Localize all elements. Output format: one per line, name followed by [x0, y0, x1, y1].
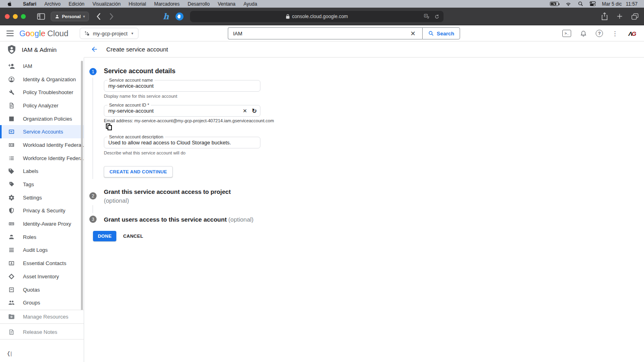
sidebar-item-identity-organization[interactable]: Identity & Organization [0, 73, 84, 86]
main-menu-icon[interactable] [6, 31, 14, 36]
avatar-letter: G [632, 30, 636, 37]
control-center-icon[interactable] [590, 1, 596, 6]
menu-marcadores[interactable]: Marcadores [150, 1, 184, 7]
sidebar-item-label: Quotas [23, 287, 40, 293]
email-address-helper: Email address: my-service-account@my-gcp… [104, 118, 274, 123]
zoom-window-button[interactable] [21, 14, 26, 19]
sidebar-item-labels[interactable]: Labels [0, 165, 84, 178]
release-notes-doc-icon [8, 329, 15, 335]
menu-desarrollo[interactable]: Desarrollo [184, 1, 214, 7]
create-and-continue-button[interactable]: CREATE AND CONTINUE [104, 166, 173, 177]
share-icon[interactable] [601, 12, 608, 20]
sidebar-item-tags[interactable]: Tags [0, 178, 84, 191]
back-arrow-icon[interactable] [91, 45, 98, 53]
sidebar-item-privacy-security[interactable]: Privacy & Security [0, 204, 84, 218]
logo-letter: o [30, 29, 35, 38]
notifications-bell-icon[interactable] [580, 30, 587, 37]
gear-icon [8, 194, 15, 201]
apple-logo-icon[interactable] [7, 1, 12, 6]
tab-overview-icon[interactable] [632, 13, 638, 20]
sidebar-item-policy-analyzer[interactable]: Policy Analyzer [0, 99, 84, 112]
service-account-description-field: Service account description [104, 137, 260, 148]
search-button[interactable]: Search [422, 27, 460, 39]
cancel-button[interactable]: CANCEL [119, 231, 147, 241]
close-window-button[interactable] [5, 14, 10, 19]
clear-id-icon[interactable]: × [243, 107, 247, 114]
page-header: Create service account [84, 41, 644, 58]
forward-button[interactable] [109, 13, 114, 20]
wifi-icon[interactable] [565, 2, 572, 6]
sidebar-item-workload-identity-federation[interactable]: Workload Identity Federat... [0, 138, 84, 152]
service-account-name-label: Service account name [107, 78, 155, 82]
sidebar-item-policy-troubleshooter[interactable]: Policy Troubleshooter [0, 86, 84, 99]
extension-privacy-hand-icon[interactable] [175, 12, 184, 21]
account-avatar[interactable]: ΛG [627, 28, 638, 39]
translate-icon[interactable]: A [424, 14, 429, 19]
sidebar-item-iam[interactable]: IAM [0, 60, 84, 73]
sidebar-item-label: Labels [23, 168, 38, 174]
reload-icon[interactable] [434, 14, 440, 19]
sidebar-nav: IAM Identity & Organization Policy Troub… [0, 58, 84, 362]
sidebar-item-identity-aware-proxy[interactable]: Identity-Aware Proxy [0, 217, 84, 230]
name-helper-text: Display name for this service account [104, 94, 177, 99]
safari-toolbar: Personal ▾ h console.cloud.google.com A [0, 8, 644, 25]
cloud-shell-icon[interactable]: >_ [562, 30, 571, 37]
sidebar-item-quotas[interactable]: Quotas [0, 283, 84, 296]
quotas-icon [8, 286, 15, 293]
workforce-list-icon [8, 155, 15, 162]
regenerate-id-icon[interactable]: ↻ [252, 108, 257, 114]
new-tab-icon[interactable] [617, 13, 623, 19]
done-button[interactable]: DONE [93, 231, 116, 241]
google-cloud-logo[interactable]: Google Cloud [19, 29, 68, 38]
menu-edicion[interactable]: Edición [64, 1, 88, 7]
menu-safari[interactable]: Safari [19, 1, 40, 7]
sidebar-item-settings[interactable]: Settings [0, 191, 84, 204]
battery-icon[interactable] [550, 2, 559, 6]
collapse-sidebar-icon[interactable]: ❬| [6, 350, 11, 356]
extension-h-icon[interactable]: h [163, 12, 169, 21]
step-2-indicator: 2 [89, 192, 97, 200]
sidebar-item-asset-inventory[interactable]: Asset Inventory [0, 270, 84, 283]
sidebar-item-essential-contacts[interactable]: Essential Contacts [0, 257, 84, 270]
more-options-icon[interactable]: ⋮ [612, 30, 618, 37]
label-tag-icon [8, 168, 15, 175]
sidebar-item-label: Workforce Identity Federa... [23, 155, 84, 161]
sidebar-item-label: Policy Analyzer [23, 103, 58, 109]
sidebar-item-workforce-identity-federation[interactable]: Workforce Identity Federa... [0, 152, 84, 165]
sidebar-item-organization-policies[interactable]: Organization Policies [0, 112, 84, 125]
menu-archivo[interactable]: Archivo [40, 1, 64, 7]
sidebar-toggle-icon[interactable] [37, 13, 45, 20]
address-bar[interactable]: console.cloud.google.com A [190, 11, 444, 22]
window-controls [5, 14, 26, 19]
spotlight-search-icon[interactable] [578, 1, 583, 6]
sidebar-item-label: Groups [23, 300, 40, 306]
sidebar-item-service-accounts[interactable]: Service Accounts [0, 125, 84, 138]
service-accounts-icon [8, 128, 15, 135]
minimize-window-button[interactable] [13, 14, 18, 19]
sidebar-item-roles[interactable]: Roles [0, 230, 84, 244]
search-input[interactable] [228, 27, 422, 39]
safari-profile-button[interactable]: Personal ▾ [51, 12, 89, 21]
menu-historial[interactable]: Historial [125, 1, 150, 7]
iap-icon [8, 220, 15, 227]
menu-ventana[interactable]: Ventana [214, 1, 239, 7]
back-button[interactable] [96, 13, 101, 20]
sidebar-scrollbar[interactable] [81, 61, 83, 310]
help-icon[interactable]: ? [596, 30, 603, 37]
sidebar-item-label: Essential Contacts [23, 260, 66, 266]
sidebar-item-groups[interactable]: Groups [0, 296, 84, 309]
search-button-label: Search [437, 31, 454, 37]
wrench-icon [8, 89, 15, 96]
menu-visualizacion[interactable]: Visualización [89, 1, 125, 7]
search-clear-icon[interactable]: ✕ [409, 29, 417, 38]
product-title: IAM & Admin [22, 46, 57, 53]
sidebar-item-label: Settings [23, 195, 42, 201]
sidebar-item-release-notes[interactable]: Release Notes [0, 325, 84, 338]
copy-email-icon[interactable] [106, 123, 112, 131]
sidebar-item-audit-logs[interactable]: Audit Logs [0, 244, 84, 257]
project-selector[interactable]: my-gcp-project ▼ [80, 28, 138, 39]
lock-icon [286, 14, 290, 19]
logo-cloud-text: Cloud [47, 29, 68, 38]
sidebar-item-manage-resources[interactable]: Manage Resources [0, 310, 84, 323]
menu-ayuda[interactable]: Ayuda [239, 1, 261, 7]
